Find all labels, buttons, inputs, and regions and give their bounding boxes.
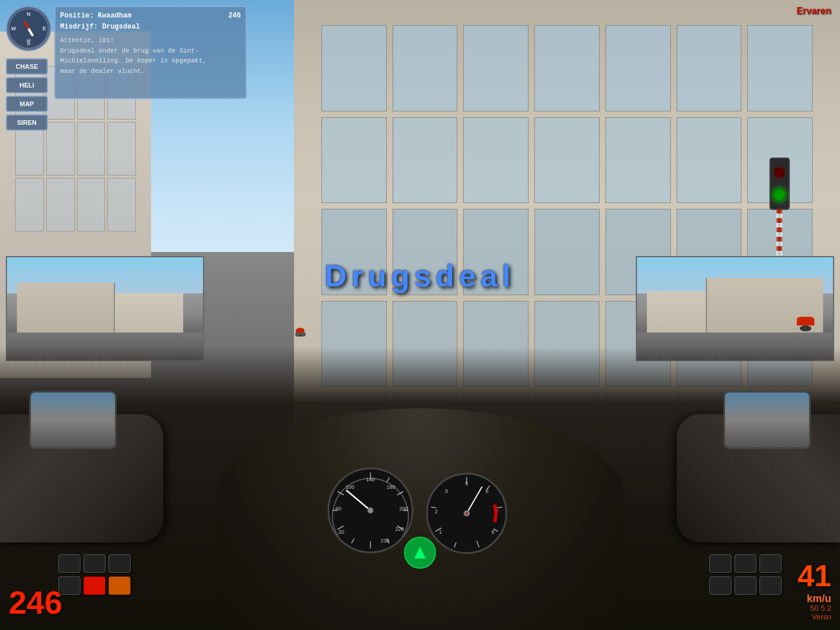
compass-west: W — [11, 26, 16, 32]
svg-point-21 — [368, 508, 373, 513]
controls-right-cluster — [709, 554, 782, 595]
compass-north: N — [27, 11, 31, 17]
svg-text:6: 6 — [485, 488, 488, 494]
incident-number: 246 — [228, 12, 241, 20]
svg-text:180: 180 — [386, 484, 395, 490]
target-motorcycle — [294, 328, 306, 337]
mission-title: Drugsdeal — [325, 258, 515, 293]
svg-point-40 — [466, 512, 468, 514]
speed-sub2: Versn — [797, 612, 831, 621]
hud-info-panel: Positie: Kwaadham 246 Misdrijf: Drugsdea… — [54, 6, 247, 99]
chase-button[interactable]: CHASE — [6, 58, 48, 75]
compass: N S E W M — [6, 6, 51, 51]
moto-body — [216, 408, 624, 630]
camera-left — [6, 256, 204, 361]
crime-label: Misdrijf: Drugsdeal — [60, 23, 241, 31]
svg-text:60: 60 — [335, 506, 341, 512]
svg-text:200: 200 — [399, 506, 408, 512]
svg-text:5: 5 — [465, 481, 468, 487]
compass-east: E — [43, 26, 46, 32]
svg-text:220: 220 — [395, 526, 404, 532]
side-buttons-panel: CHASE HELI MAP SIREN — [6, 58, 48, 131]
speed-unit: km/u — [797, 593, 831, 604]
position-label: Positie: Kwaadham — [60, 12, 131, 20]
minimap-indicator — [404, 537, 436, 569]
rpm-gauge: 1 2 3 5 6 7 8 — [426, 473, 508, 554]
game-view: 20 60 100 140 180 200 220 230 — [0, 0, 840, 630]
score-display: 246 — [9, 584, 62, 621]
heli-button[interactable]: HELI — [6, 77, 48, 93]
traffic-light — [769, 158, 790, 210]
speedometer: 20 60 100 140 180 200 220 230 — [327, 467, 414, 554]
controls-left-cluster — [58, 554, 131, 595]
left-mirror — [29, 391, 117, 449]
speed-display: 41 km/u 50 5 2 Versn — [797, 558, 831, 621]
speed-sub1: 50 5 2 — [797, 604, 831, 612]
svg-text:2: 2 — [435, 509, 438, 514]
siren-button[interactable]: SIREN — [6, 114, 48, 131]
svg-text:100: 100 — [345, 484, 354, 490]
svg-text:20: 20 — [338, 529, 344, 535]
camera-right — [636, 256, 834, 361]
svg-text:230: 230 — [380, 538, 389, 544]
compass-m: M — [27, 38, 31, 43]
dashboard: 20 60 100 140 180 200 220 230 — [0, 346, 840, 630]
svg-text:1: 1 — [439, 529, 442, 535]
svg-text:3: 3 — [444, 488, 447, 494]
speed-number: 41 — [797, 559, 831, 593]
right-mirror — [723, 391, 811, 449]
difficulty-label: Ervaren — [796, 6, 831, 16]
svg-text:8: 8 — [491, 529, 494, 535]
map-button[interactable]: MAP — [6, 96, 48, 112]
svg-text:140: 140 — [366, 477, 374, 482]
dispatch-message: Attentie, 101! Drugsdeal onder de brug v… — [60, 36, 241, 76]
